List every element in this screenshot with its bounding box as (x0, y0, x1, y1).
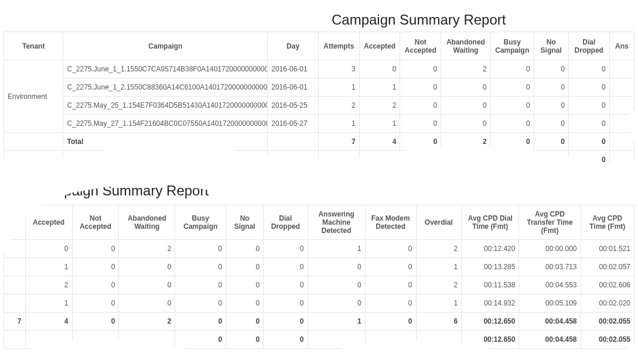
cell-blank (4, 331, 26, 349)
cell-abandoned: 0 (119, 294, 175, 313)
cell-busy: 0 (175, 240, 226, 258)
cell-no-signal: 0 (534, 78, 568, 97)
cell-abandoned: 0 (441, 97, 491, 115)
cell-no-signal: 0 (534, 97, 568, 115)
cell-dropped: 0 (568, 115, 609, 133)
cell-dropped: 0 (264, 240, 308, 258)
cell-no-signal: 0 (226, 331, 264, 349)
cell-dropped: 0 (568, 133, 609, 151)
cell-blank (268, 133, 319, 151)
cell-blank (318, 151, 359, 169)
cell-s (4, 240, 26, 258)
report-panel-left: Campaign Summary Report Tenant Campaign … (4, 13, 634, 165)
col-abandoned: Abandoned Waiting (441, 32, 491, 60)
cell-accepted: 1 (25, 258, 72, 276)
table-row: C_2275.June_1_2.1550C88360A14C6100A14017… (4, 78, 634, 97)
cell-avg-dial: 00:13.285 (462, 258, 519, 276)
cell-not-accepted: 0 (72, 313, 119, 331)
cell-avg-xfer: 00:03.713 (519, 258, 581, 276)
col-dial-dropped: Dial Dropped (568, 32, 609, 60)
cell-accepted: 2 (25, 276, 72, 294)
col-tenant: Tenant (4, 32, 63, 60)
cell-not-accepted: 0 (72, 258, 119, 276)
cell-blank (119, 331, 175, 349)
table-row: 2 0 0 0 0 0 0 0 2 00:11.538 00:04.553 00… (4, 276, 634, 294)
table-row: 1 0 0 0 0 0 0 0 1 00:13.285 00:03.713 00… (4, 258, 634, 276)
cell-day: 2016-05-25 (268, 97, 319, 115)
cell-amd: 0 (308, 294, 365, 313)
cell-cut (609, 151, 634, 169)
cell-accepted: 1 (359, 115, 400, 133)
cell-blank (400, 151, 441, 169)
cell-avg-xfer: 00:04.458 (519, 331, 581, 349)
report-table-right: s Accepted Not Accepted Abandoned Waitin… (4, 205, 634, 349)
cell-busy: 0 (175, 313, 226, 331)
col-avg-cpd: Avg CPD Time (Fmt) (581, 205, 634, 240)
cell-overdial: 2 (416, 276, 462, 294)
table-row: C_2275.May_27_1.154F21604BC0C07550A14017… (4, 115, 634, 133)
cell-no-signal: 0 (534, 151, 568, 169)
cell-dropped: 0 (264, 276, 308, 294)
cell-fax: 0 (365, 240, 416, 258)
cell-overdial: 6 (416, 313, 462, 331)
cell-not-accepted: 0 (72, 294, 119, 313)
col-attempts: Attempts (318, 32, 359, 60)
cell-avg-cpd: 00:02.057 (581, 258, 634, 276)
cell-avg-dial: 00:12.650 (462, 331, 519, 349)
cell-avg-dial: 00:12.650 (462, 313, 519, 331)
cell-busy: 0 (175, 276, 226, 294)
cell-blank (359, 151, 400, 169)
cell-avg-cpd: 00:02.055 (581, 313, 634, 331)
cell-overdial: 1 (416, 258, 462, 276)
cell-no-signal: 0 (226, 240, 264, 258)
cell-avg-xfer: 00:04.553 (519, 276, 581, 294)
cell-blank (268, 151, 319, 169)
cell-abandoned: 2 (441, 151, 491, 169)
cell-dropped: 0 (568, 151, 609, 169)
col-not-accepted: Not Accepted (400, 32, 441, 60)
table-total-row: 7 4 0 2 0 0 0 1 0 6 00:12.650 00:04.458 … (4, 313, 634, 331)
cell-dropped: 0 (568, 78, 609, 97)
table-header-row: Tenant Campaign Day Attempts Accepted No… (4, 32, 634, 60)
col-accepted: Accepted (25, 205, 72, 240)
cell-abandoned: 2 (441, 60, 491, 78)
cell-campaign: C_2275.June_1_1.1550C7CA95714B38F0A14017… (63, 60, 268, 78)
table-total-row: Total 7 4 0 2 0 0 0 (4, 133, 634, 151)
col-busy: Busy Campaign (490, 32, 534, 60)
cell-blank (4, 133, 63, 151)
cell-cut (609, 97, 634, 115)
col-campaign: Campaign (63, 32, 268, 60)
cell-accepted: 2 (359, 97, 400, 115)
cell-avg-dial: 00:12.420 (462, 240, 519, 258)
cell-busy: 0 (490, 115, 534, 133)
col-ans-cut: Ans (609, 32, 634, 60)
report-panel-right: ampaign Summary Report s Accepted Not Ac… (4, 184, 634, 359)
table-row: 1 0 0 0 0 0 0 0 1 00:14.932 00:05.109 00… (4, 294, 634, 313)
col-overdial: Overdial (416, 205, 462, 240)
cell-total-label: Total (63, 133, 268, 151)
col-abandoned: Abandoned Waiting (119, 205, 175, 240)
cell-dropped: 0 (264, 331, 308, 349)
cell-s: 7 (4, 313, 26, 331)
cell-busy: 0 (490, 60, 534, 78)
cell-day: 2016-06-01 (268, 78, 319, 97)
col-no-signal: No Signal (226, 205, 264, 240)
report-title: Campaign Summary Report (332, 12, 506, 28)
cell-blank (416, 331, 462, 349)
cell-campaign: C_2275.June_1_2.1550C88360A14C6100A14017… (63, 78, 268, 97)
cell-not-accepted: 0 (400, 115, 441, 133)
col-accepted: Accepted (359, 32, 400, 60)
cell-fax: 0 (365, 258, 416, 276)
cell-overdial: 2 (416, 240, 462, 258)
col-busy: Busy Campaign (175, 205, 226, 240)
cell-abandoned: 0 (441, 78, 491, 97)
cell-blank (63, 151, 268, 169)
cell-not-accepted: 0 (72, 276, 119, 294)
cell-fax: 0 (365, 313, 416, 331)
cell-dropped: 0 (568, 60, 609, 78)
cell-s (4, 276, 26, 294)
cell-avg-cpd: 00:02.020 (581, 294, 634, 313)
table-row: Environment C_2275.June_1_1.1550C7CA9571… (4, 60, 634, 78)
cell-abandoned: 0 (119, 276, 175, 294)
table-row: 0 0 2 0 0 0 1 0 2 00:12.420 00:00.000 00… (4, 240, 634, 258)
